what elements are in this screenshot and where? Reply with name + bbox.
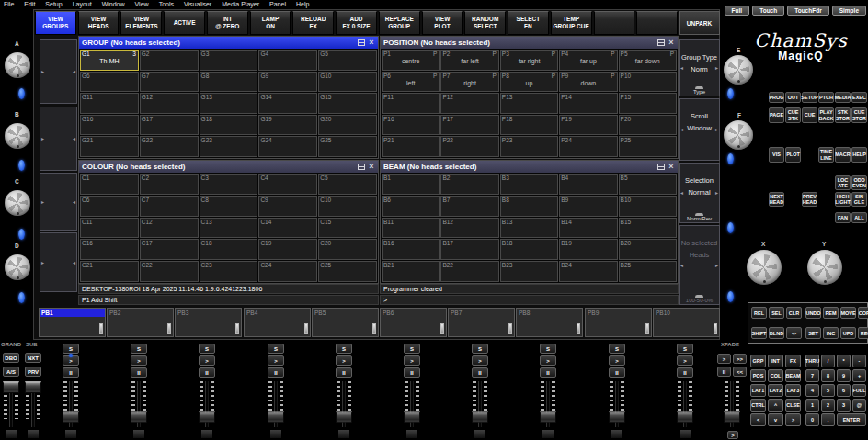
- beam-cell-B18[interactable]: B18: [500, 239, 558, 260]
- key-pos[interactable]: POS: [750, 369, 766, 382]
- restore-icon[interactable]: [657, 164, 665, 170]
- pb10-go-button[interactable]: >: [677, 355, 693, 366]
- group-cell-G19[interactable]: G19: [258, 115, 317, 136]
- position-cell-P3[interactable]: P3Pfar right: [500, 50, 558, 71]
- toolbar-view-groups[interactable]: VIEW GROUPS: [35, 11, 76, 35]
- group-cell-G25[interactable]: G25: [318, 136, 377, 157]
- toolbar-view-plot[interactable]: VIEW PLOT: [422, 11, 463, 35]
- colour-cell-C1[interactable]: C1: [80, 174, 139, 195]
- encoder-e[interactable]: [724, 55, 753, 85]
- soft-panel-scroll[interactable]: ◂▸ScrollWindow: [679, 98, 720, 161]
- pb9-go-button[interactable]: >: [609, 355, 625, 366]
- group-cell-G2[interactable]: G2: [140, 50, 199, 71]
- key-int[interactable]: INT: [768, 355, 783, 367]
- group-cell-G7[interactable]: G7: [140, 72, 199, 93]
- nav-button-high-light[interactable]: HIGH LIGHT: [835, 192, 851, 207]
- position-cell-P17[interactable]: P17: [440, 115, 498, 136]
- xfade-fader[interactable]: [725, 381, 739, 427]
- nav-button-stk-stor[interactable]: STK STOR: [835, 107, 851, 123]
- nav-button-odd-even[interactable]: ODD EVEN: [851, 175, 867, 190]
- colour-cell-C23[interactable]: C23: [200, 261, 258, 282]
- toolbar-lamp-on[interactable]: LAMP ON: [250, 11, 291, 35]
- group-cell-G14[interactable]: G14: [258, 93, 317, 114]
- key-grp[interactable]: GRP: [750, 355, 766, 367]
- xfade-go-button[interactable]: >: [717, 354, 731, 364]
- menu-window[interactable]: Window: [102, 1, 125, 7]
- nav-button-media[interactable]: MEDIA: [835, 92, 851, 103]
- nav-button-page[interactable]: PAGE: [769, 107, 784, 123]
- position-cell-P2[interactable]: P2Pfar left: [440, 50, 498, 71]
- nav-button-time-line[interactable]: TIME LINE: [818, 147, 834, 163]
- key-7[interactable]: 7: [805, 369, 819, 382]
- key-lay3[interactable]: LAY3: [785, 384, 801, 397]
- playback-pb2[interactable]: PB2: [107, 308, 174, 337]
- nav-button-plot[interactable]: PLOT: [785, 147, 801, 163]
- colour-cell-C5[interactable]: C5: [318, 174, 377, 195]
- sub-master-fader[interactable]: [26, 381, 40, 427]
- edit-button-rel[interactable]: REL: [751, 307, 767, 319]
- fader-handle[interactable]: [131, 412, 147, 423]
- playback-pb9[interactable]: PB9: [585, 308, 652, 337]
- position-cell-P8[interactable]: P8Pup: [500, 72, 558, 93]
- close-icon[interactable]: ×: [668, 39, 675, 46]
- group-cell-G13[interactable]: G13: [200, 93, 258, 114]
- pb2-go-button[interactable]: >: [131, 355, 147, 366]
- group-cell-G21[interactable]: G21: [80, 136, 139, 157]
- group-cell-G10[interactable]: G10: [318, 72, 377, 93]
- key-9[interactable]: 9: [837, 369, 851, 382]
- position-cell-P15[interactable]: P15: [619, 93, 677, 114]
- pb3-go-button[interactable]: >: [199, 355, 215, 366]
- colour-cell-C2[interactable]: C2: [140, 174, 199, 195]
- position-cell-P9[interactable]: P9Pdown: [559, 72, 617, 93]
- beam-cell-B23[interactable]: B23: [500, 261, 558, 282]
- soft-panel-no-selected[interactable]: ◂▸No selectedHeads100-50-0%: [679, 225, 720, 305]
- menu-file[interactable]: File: [4, 1, 14, 7]
- mode-button-touchfdr[interactable]: TouchFdr: [787, 6, 829, 16]
- toolbar-blank-14[interactable]: [636, 11, 678, 35]
- menu-media-player[interactable]: Media Player: [222, 1, 259, 7]
- nav-button-next-head[interactable]: NEXT HEAD: [769, 192, 784, 207]
- beam-cell-B25[interactable]: B25: [619, 261, 677, 282]
- group-cell-G24[interactable]: G24: [258, 136, 317, 157]
- position-cell-P14[interactable]: P14: [559, 93, 617, 114]
- position-cell-P20[interactable]: P20: [619, 115, 677, 136]
- encoder-a[interactable]: [5, 52, 30, 78]
- key-beam[interactable]: BEAM: [785, 369, 801, 382]
- playback-pb6[interactable]: PB6: [380, 308, 447, 337]
- key-blank[interactable]: *: [837, 355, 851, 367]
- playback-fader-pb1[interactable]: [63, 381, 78, 427]
- key-0[interactable]: 0: [805, 413, 819, 426]
- beam-cell-B3[interactable]: B3: [500, 174, 558, 195]
- beam-cell-B15[interactable]: B15: [619, 218, 677, 239]
- toolbar-active[interactable]: ACTIVE: [164, 11, 205, 35]
- playback-pb10[interactable]: PB10: [653, 308, 720, 337]
- xfade-bottom-button[interactable]: >: [727, 431, 738, 439]
- menu-tools[interactable]: Tools: [159, 1, 174, 7]
- fader-handle[interactable]: [199, 412, 215, 423]
- edit-button-blnd[interactable]: BLND: [769, 327, 784, 339]
- encoder-c[interactable]: [5, 190, 30, 216]
- group-cell-G4[interactable]: G4: [258, 50, 317, 71]
- menu-help[interactable]: Help: [296, 1, 309, 7]
- mode-button-full[interactable]: Full: [725, 6, 750, 16]
- beam-cell-B21[interactable]: B21: [382, 261, 440, 282]
- nav-button-cue-stor[interactable]: CUE STOR: [851, 107, 867, 123]
- toolbar-view-heads[interactable]: VIEW HEADS: [78, 11, 120, 35]
- pb1-select-button[interactable]: S: [63, 344, 79, 354]
- nav-button-vis[interactable]: VIS: [769, 147, 784, 163]
- beam-cell-B6[interactable]: B6: [382, 196, 440, 217]
- pb6-pause-button[interactable]: II: [404, 367, 420, 378]
- position-cell-P19[interactable]: P19: [559, 115, 617, 136]
- key-8[interactable]: 8: [821, 369, 835, 382]
- colour-cell-C14[interactable]: C14: [258, 218, 317, 239]
- beam-cell-B9[interactable]: B9: [559, 196, 617, 217]
- group-cell-G12[interactable]: G12: [140, 93, 199, 114]
- colour-titlebar[interactable]: COLOUR (No heads selected)×: [79, 161, 378, 173]
- grand-button-a-s[interactable]: A/S: [3, 367, 19, 377]
- encoder-x[interactable]: [747, 250, 782, 285]
- key-6[interactable]: 6: [837, 384, 851, 397]
- beam-cell-B1[interactable]: B1: [382, 174, 440, 195]
- key-blank[interactable]: <: [750, 413, 766, 426]
- position-cell-P1[interactable]: P1Pcentre: [382, 50, 440, 71]
- fader-handle[interactable]: [25, 381, 41, 393]
